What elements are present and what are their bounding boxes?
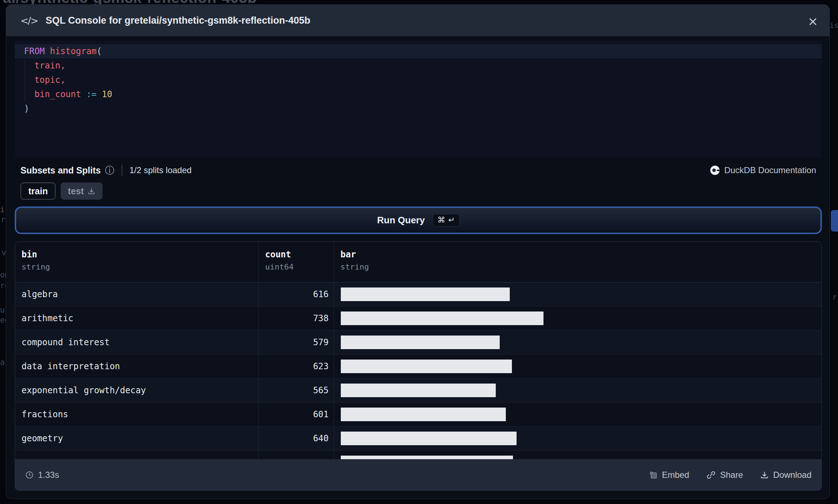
results-table: bin string count uint64 bar string algeb… [15,241,822,491]
table-row: algebra616 [15,282,821,306]
table-row [15,451,821,460]
bar-cell [334,355,821,378]
column-name: bar [340,249,821,260]
duckdb-documentation-link[interactable]: DuckDB Documentation [710,165,816,175]
table-row: arithmetic738 [15,306,821,331]
table-row: exponential growth/decay565 [15,379,821,403]
column-name: count [265,249,334,260]
modal-title: SQL Console for gretelai/synthetic-gsm8k… [46,15,310,26]
bin-cell: geometry [15,427,259,450]
histogram-bar [341,384,496,397]
histogram-bar [341,432,517,445]
return-key-icon: ↵ [448,215,455,224]
column-type: uint64 [265,262,334,271]
background-text-fragment: r [1,215,5,224]
histogram-bar [341,408,506,421]
table-row: fractions601 [15,403,821,427]
command-key-icon: ⌘ [437,215,445,224]
count-cell: 738 [259,306,334,330]
elapsed-time: 1.33s [25,470,59,480]
code-line: topic, [15,73,822,87]
count-cell: 565 [259,379,334,402]
embed-label: Embed [662,470,689,480]
count-cell: 579 [259,331,334,354]
bin-cell: fractions [15,403,259,426]
elapsed-time-value: 1.33s [38,470,59,480]
count-cell: 616 [259,282,334,306]
count-cell: 623 [259,355,334,378]
info-icon[interactable]: ⓘ [105,164,114,177]
background-text-fragment: r [832,293,837,301]
histogram-bar [341,336,500,349]
subsets-and-splits-row: Subsets and Splits ⓘ 1/2 splits loaded D… [15,162,822,178]
bin-cell: algebra [15,282,259,306]
split-label: test [68,186,84,196]
split-button-test[interactable]: test [61,182,102,200]
modal-header: </> SQL Console for gretelai/synthetic-g… [6,5,829,36]
bin-cell: exponential growth/decay [15,379,259,402]
download-button[interactable]: Download [760,470,811,480]
splits-loaded-status: 1/2 splits loaded [130,165,192,175]
download-icon [88,187,95,195]
embed-icon [649,471,658,479]
column-name: bin [22,249,258,260]
code-line: ) [15,101,822,116]
splits-row: train test [20,182,103,200]
histogram-bar [341,312,543,325]
table-row: data interpretation623 [15,355,821,379]
sql-console-modal: </> SQL Console for gretelai/synthetic-g… [6,4,830,499]
share-button[interactable]: Share [706,470,743,480]
histogram-bar [341,360,512,373]
close-icon[interactable]: × [805,14,821,28]
sql-editor[interactable]: FROM histogram( train, topic, bin_count … [15,41,822,157]
divider [122,165,122,176]
bin-cell: compound interest [15,331,259,354]
column-header-count[interactable]: count uint64 [259,242,334,282]
code-line: train, [15,58,822,73]
bar-cell [334,379,821,402]
background-text-fragment: is [829,21,838,30]
duckdb-logo-icon [710,165,720,175]
code-line: bin_count := 10 [15,87,822,101]
download-icon [760,471,769,479]
count-cell: 601 [259,403,334,426]
run-query-label: Run Query [377,215,425,226]
column-header-bar[interactable]: bar string [334,242,821,282]
embed-button[interactable]: Embed [649,470,689,480]
bar-cell [334,427,821,450]
share-label: Share [720,470,743,480]
count-cell: 640 [259,427,334,450]
bin-cell: data interpretation [15,355,259,378]
duckdb-documentation-label: DuckDB Documentation [724,165,816,175]
background-button-sliver [831,210,838,232]
bin-cell: arithmetic [15,306,259,330]
bar-cell [334,306,821,330]
footer-actions: Embed Share Download [649,470,811,480]
table-row: geometry640 [15,427,821,451]
clock-icon [25,471,34,479]
split-label: train [28,186,48,196]
query-footer-bar: 1.33s Embed Share [15,459,821,490]
keyboard-shortcut-badge: ⌘ ↵ [433,214,459,227]
download-label: Download [773,470,811,480]
histogram-bar [341,287,510,301]
bin-cell [15,451,259,460]
table-header-row: bin string count uint64 bar string [15,242,821,282]
count-cell [259,451,334,460]
code-icon: </> [20,15,38,26]
bar-cell [334,331,821,354]
column-header-bin[interactable]: bin string [15,242,259,282]
subsets-title: Subsets and Splits [20,165,101,176]
table-body: algebra616arithmetic738compound interest… [15,282,821,460]
bar-cell [334,403,821,426]
run-query-button[interactable]: Run Query ⌘ ↵ [15,206,822,234]
table-row: compound interest579 [15,331,821,355]
code-line: FROM histogram( [15,44,822,58]
column-type: string [340,262,821,271]
split-button-train[interactable]: train [20,182,56,200]
bar-cell [334,282,821,306]
bar-cell [334,451,821,460]
column-type: string [22,262,258,271]
share-link-icon [706,470,716,480]
